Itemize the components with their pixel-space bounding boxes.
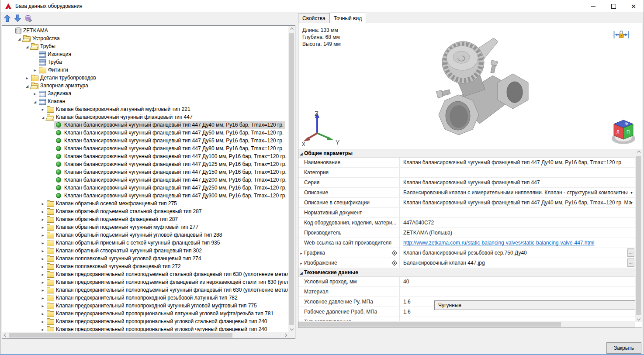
- tree-item[interactable]: Клапан балансировочный чугунный фланцевы…: [2, 145, 288, 152]
- tree-item[interactable]: Запорная арматура: [2, 82, 288, 90]
- database-settings-button[interactable]: [23, 14, 33, 23]
- expand-icon[interactable]: [39, 310, 46, 317]
- scrollbar-thumb[interactable]: [636, 156, 641, 315]
- tree-item[interactable]: Клапан обратный приемный с сеткой чугунн…: [2, 239, 288, 247]
- collapse-icon[interactable]: [16, 35, 23, 41]
- scrollbar-thumb[interactable]: [298, 322, 561, 327]
- tree-item[interactable]: Клапан обратный створчатый чугунный флан…: [2, 247, 288, 255]
- expand-icon[interactable]: [39, 232, 46, 238]
- grid-horizontal-scrollbar[interactable]: [298, 321, 635, 327]
- property-value-cell[interactable]: 447A040C72: [400, 218, 635, 227]
- expand-value-icon[interactable]: ▼: [630, 201, 633, 204]
- expand-icon[interactable]: [39, 240, 46, 246]
- expand-icon[interactable]: [39, 106, 46, 112]
- tree-item[interactable]: Клапан балансировочный латунный муфтовый…: [2, 105, 288, 113]
- property-value-cell[interactable]: Балансировочный клапан 447.jpg...: [400, 258, 635, 268]
- expand-icon[interactable]: [39, 248, 46, 254]
- tree-item[interactable]: Задвижка: [2, 90, 288, 97]
- expand-icon[interactable]: [39, 295, 46, 301]
- tree-item[interactable]: Клапан балансировочный чугунный фланцевы…: [2, 160, 288, 168]
- tree-item[interactable]: Клапан балансировочный чугунный фланцевы…: [2, 129, 288, 137]
- expand-icon[interactable]: [39, 216, 46, 222]
- tree-item[interactable]: Клапан обратный осевой межфланцевый тип …: [2, 200, 288, 207]
- property-value-cell[interactable]: http://www.zetkama.com.ru/static-balanci…: [400, 238, 635, 248]
- tree-item[interactable]: Клапан балансировочный чугунный фланцевы…: [2, 192, 288, 200]
- property-value-cell[interactable]: 1.6: [400, 307, 635, 317]
- move-down-button[interactable]: [13, 14, 22, 23]
- tree-item[interactable]: Изоляция: [2, 50, 288, 58]
- tree-item[interactable]: Клапан обратный подъемный чугунный муфто…: [2, 223, 288, 231]
- tree-item[interactable]: Клапан балансировочный чугунный фланцевы…: [2, 137, 288, 145]
- property-value-cell[interactable]: Клапан балансировочный резьбовой сер.750…: [400, 248, 635, 258]
- browse-button[interactable]: ...: [627, 258, 634, 267]
- collapse-icon[interactable]: [31, 98, 38, 104]
- collapse-icon[interactable]: [24, 43, 31, 49]
- 3d-viewport[interactable]: Длина: 133 мм Глубина: 68 мм Высота: 149…: [298, 23, 642, 148]
- collapse-icon[interactable]: [24, 83, 31, 89]
- expand-value-icon[interactable]: ▼: [630, 191, 633, 194]
- expand-icon[interactable]: [24, 75, 31, 81]
- tree-item[interactable]: Клапан предохранительный пропорциональны…: [2, 310, 288, 317]
- tab-properties[interactable]: Свойства: [298, 14, 329, 23]
- tree-item[interactable]: Клапан предохранительный полноподъемный …: [2, 278, 288, 286]
- expand-icon[interactable]: [39, 224, 46, 230]
- expand-icon[interactable]: [39, 200, 46, 207]
- tree-item[interactable]: Клапан балансировочный чугунный фланцевы…: [2, 152, 288, 160]
- property-value-cell[interactable]: Балансировочный клапан с измерительными …: [400, 188, 635, 197]
- tree-item[interactable]: Клапан балансировочный чугунный фланцевы…: [2, 113, 288, 121]
- move-up-button[interactable]: [2, 14, 12, 23]
- property-value-cell[interactable]: ZETKAMA (Польша): [400, 228, 635, 238]
- tree-item[interactable]: Клапан предохранительный полнопроходной …: [2, 302, 288, 310]
- tree-item[interactable]: Клапан: [2, 97, 288, 105]
- expand-icon[interactable]: [39, 287, 46, 293]
- browse-button[interactable]: ...: [627, 248, 634, 257]
- expand-icon[interactable]: [39, 255, 46, 262]
- collapse-icon[interactable]: [39, 114, 46, 120]
- tree-item[interactable]: Клапан предохранительный полноподъемный …: [2, 270, 288, 278]
- property-value-cell[interactable]: [400, 168, 635, 177]
- property-value-cell[interactable]: 40: [400, 277, 635, 286]
- tree-item[interactable]: Клапан балансировочный чугунный фланцевы…: [2, 176, 288, 184]
- scrollbar-thumb[interactable]: [289, 33, 294, 325]
- expand-icon[interactable]: [39, 279, 46, 285]
- tree-item[interactable]: Труба: [2, 58, 288, 66]
- tree-item[interactable]: Трубы: [2, 42, 288, 50]
- tree-horizontal-scrollbar[interactable]: [2, 332, 288, 338]
- view-cube[interactable]: В Л П: [609, 118, 637, 145]
- tree-item[interactable]: Клапан обратный подъемный фланцевый тип …: [2, 215, 288, 223]
- tree-item[interactable]: Клапан обратный подъемный стальной фланц…: [2, 207, 288, 215]
- close-dialog-button[interactable]: Закрыть: [606, 342, 641, 354]
- tree-item[interactable]: Клапан балансировочный чугунный фланцевы…: [2, 121, 288, 129]
- collapse-icon[interactable]: [298, 150, 304, 156]
- producer-website-link[interactable]: http://www.zetkama.com.ru/static-balanci…: [403, 240, 595, 246]
- tree-item[interactable]: Устройства: [2, 34, 288, 42]
- scrollbar-thumb[interactable]: [9, 333, 232, 338]
- collapse-icon[interactable]: [298, 269, 304, 276]
- property-value-cell[interactable]: Клапан балансировочный чугунный фланцевы…: [400, 158, 635, 167]
- expand-icon[interactable]: [39, 271, 46, 277]
- tree-item[interactable]: Фитинги: [2, 66, 288, 74]
- tree-item[interactable]: Клапан предохранительный пропорциональны…: [2, 317, 288, 325]
- expand-icon[interactable]: [39, 326, 46, 331]
- expand-icon[interactable]: [31, 90, 38, 97]
- section-header[interactable]: Общие параметры: [298, 149, 635, 158]
- tree-item[interactable]: Клапан балансировочный чугунный фланцевы…: [2, 168, 288, 176]
- expand-icon[interactable]: [298, 260, 304, 266]
- expand-icon[interactable]: [31, 67, 38, 73]
- property-value-cell[interactable]: Клапан балансировочный чугунный фланцевы…: [400, 178, 635, 187]
- maximize-button[interactable]: [603, 0, 623, 12]
- tree-item[interactable]: Клапан предохранительный полноподъемный …: [2, 286, 288, 294]
- tree-item[interactable]: Клапан предохранительный полнопроходной …: [2, 294, 288, 302]
- expand-icon[interactable]: [39, 208, 46, 214]
- lock-dimensions-icon[interactable]: [613, 29, 630, 41]
- tree-item[interactable]: Клапан предохранительный пропорциональны…: [2, 325, 288, 331]
- expand-icon[interactable]: [298, 250, 304, 256]
- property-value-cell[interactable]: 1.6: [400, 297, 635, 307]
- tree-item[interactable]: Клапан поплавковый чугунный угловой флан…: [2, 255, 288, 262]
- tree-item[interactable]: Клапан поплавковый чугунный фланцевый ти…: [2, 262, 288, 270]
- expand-icon[interactable]: [39, 318, 46, 324]
- expand-icon[interactable]: [39, 303, 46, 309]
- tree-vertical-scrollbar[interactable]: [288, 26, 295, 332]
- minimize-button[interactable]: [583, 0, 603, 12]
- grid-vertical-scrollbar[interactable]: [635, 149, 642, 322]
